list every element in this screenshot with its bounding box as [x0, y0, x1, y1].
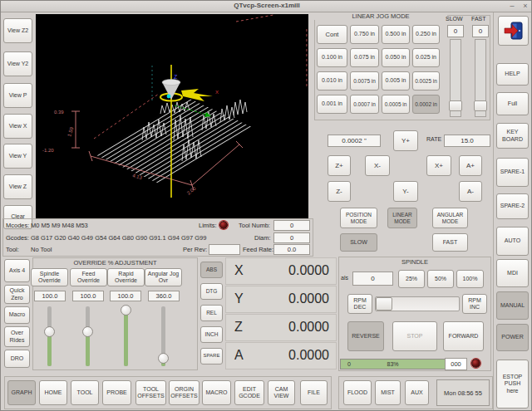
jog-z-plus-button[interactable]: Z+	[328, 155, 351, 176]
dro-abs-button[interactable]: ABS	[200, 262, 223, 278]
jog-increment-00075[interactable]: 0.0075 in	[350, 71, 379, 91]
dro-spare-button[interactable]: SPARE	[200, 348, 223, 365]
tab-quick-zero[interactable]: Quick Zero	[4, 285, 30, 304]
tab-full[interactable]: Full	[496, 92, 529, 115]
tab-edit-gcode[interactable]: EDIT GCODE	[234, 380, 264, 405]
jog-slow-button[interactable]: SLOW	[340, 233, 377, 252]
rpm-dec-button[interactable]: RPM DEC	[347, 294, 372, 314]
view-p-button[interactable]: View P	[3, 83, 32, 108]
jog-a-minus-button[interactable]: A-	[459, 181, 482, 202]
spindle-reverse-button[interactable]: REVERSE	[347, 321, 384, 351]
tab-manual[interactable]: MANUAL	[496, 291, 529, 320]
dro-inch-button[interactable]: INCH	[200, 326, 223, 343]
tab-home[interactable]: HOME	[39, 380, 67, 405]
close-icon[interactable]: ×	[520, 1, 531, 12]
jog-increment-0500[interactable]: 0.500 in	[382, 25, 410, 44]
jog-z-minus-button[interactable]: Z-	[328, 181, 351, 202]
dro-rel-button[interactable]: REL	[200, 305, 223, 321]
tab-over-rides[interactable]: Over Rides	[4, 326, 30, 347]
feed-override-handle[interactable]	[82, 326, 93, 337]
jog-y-minus-button[interactable]: Y-	[393, 181, 418, 202]
position-mode-button[interactable]: POSITION MODE	[340, 208, 377, 228]
slow-slider-handle[interactable]	[449, 100, 462, 111]
jog-x-plus-button[interactable]: X+	[426, 155, 451, 176]
rapid-override-button[interactable]: Rapid Override	[107, 268, 145, 286]
tab-file[interactable]: FILE	[300, 380, 328, 405]
dro-x-letter: X	[234, 263, 244, 278]
angular-jog-override-handle[interactable]	[158, 353, 169, 364]
tab-tool-offsets[interactable]: TOOL OFFSETS	[135, 380, 166, 405]
spindle-100pct-button[interactable]: 100%	[456, 270, 484, 288]
jog-increment-00005[interactable]: 0.0005 in	[382, 95, 410, 114]
tab-macro-bottom[interactable]: MACRO	[202, 380, 231, 405]
spindle-slider-handle[interactable]	[376, 297, 392, 311]
jog-increment-0100[interactable]: 0.100 in	[317, 48, 347, 67]
jog-increment-0075[interactable]: 0.075 in	[350, 48, 379, 67]
jog-increment-0025[interactable]: 0.025 in	[412, 48, 440, 67]
spindle-forward-button[interactable]: FORWARD	[443, 321, 484, 351]
view-x-button[interactable]: View X	[3, 114, 32, 139]
spindle-25pct-button[interactable]: 25%	[398, 270, 425, 288]
angular-jog-override-button[interactable]: Angular Jog Ovr	[145, 268, 182, 286]
tab-help[interactable]: HELP	[496, 63, 529, 86]
spindle-rpm-setting[interactable]: 000	[445, 358, 467, 370]
jog-a-plus-button[interactable]: A+	[459, 155, 482, 176]
exit-button[interactable]	[498, 16, 529, 46]
jog-increment-cont[interactable]: Cont	[317, 25, 347, 44]
jog-y-plus-button[interactable]: Y+	[393, 130, 418, 151]
jog-increment-0050[interactable]: 0.050 in	[382, 48, 410, 67]
jog-increment-00007[interactable]: 0.0007 in	[350, 95, 379, 114]
tab-orgin-offsets[interactable]: ORGIN OFFSETS	[169, 380, 200, 405]
tab-mdi[interactable]: MDI	[496, 259, 529, 287]
fast-slider-handle[interactable]	[474, 100, 487, 111]
jog-increment-0005[interactable]: 0.005 in	[382, 71, 410, 91]
per-rev-label: Per Rev:	[183, 246, 207, 253]
jog-x-minus-button[interactable]: X-	[365, 155, 390, 176]
jog-increment-00025[interactable]: 0.0025 in	[412, 71, 440, 91]
rapid-override-handle[interactable]	[121, 305, 131, 316]
rpm-inc-button[interactable]: RPM INC	[462, 294, 487, 314]
power-button[interactable]: POWER	[496, 324, 529, 351]
tab-graph[interactable]: GRAPH	[7, 380, 36, 405]
tab-probe[interactable]: PROBE	[102, 380, 131, 405]
tab-auto[interactable]: AUTO	[496, 227, 529, 256]
jog-mode-title: LINEAR JOG MODE	[314, 12, 447, 20]
aux-button[interactable]: AUX	[405, 380, 429, 405]
minimize-icon[interactable]: –	[506, 1, 518, 12]
jog-increment-0001[interactable]: 0.001 in	[317, 95, 347, 114]
feed-override-button[interactable]: Feed Override	[70, 268, 107, 286]
spindle-stop-button[interactable]: STOP	[392, 321, 437, 351]
tab-cam-view[interactable]: CAM VIEW	[268, 380, 295, 405]
mist-button[interactable]: MIST	[375, 380, 401, 405]
view-y-button[interactable]: View Y	[3, 144, 32, 169]
tool-value: No Tool	[31, 246, 52, 253]
view-y2-button[interactable]: View Y2	[3, 51, 32, 76]
flood-button[interactable]: FLOOD	[343, 380, 372, 405]
tab-tool[interactable]: TOOL	[71, 380, 99, 405]
spindle-bar-percent: 83%	[341, 361, 445, 367]
jog-increment-0250[interactable]: 0.250 in	[412, 25, 440, 44]
per-rev-value	[209, 244, 240, 255]
tab-dro[interactable]: DRO	[4, 350, 30, 368]
spindle-50pct-button[interactable]: 50%	[427, 270, 454, 288]
spindle-override-handle[interactable]	[44, 326, 55, 337]
main-window: QTvcp-Screen-x1mill – × View Z2 View Y2 …	[0, 0, 532, 411]
dro-x-value: 0.0000	[288, 263, 329, 278]
tab-spare-2[interactable]: SPARE-2	[496, 193, 529, 219]
view-z-button[interactable]: View Z	[3, 174, 32, 199]
jog-increment-00002[interactable]: 0.0002 in	[412, 95, 440, 114]
tab-axis-4[interactable]: Axis 4	[4, 259, 30, 282]
jog-increment-0750[interactable]: 0.750 in	[350, 25, 379, 44]
dro-dtg-button[interactable]: DTG	[200, 283, 223, 300]
jog-fast-button[interactable]: FAST	[432, 233, 468, 252]
linear-mode-button[interactable]: LINEAR MODE	[387, 208, 417, 228]
angular-mode-button[interactable]: ANGULAR MODE	[432, 208, 468, 228]
estop-button[interactable]: ESTOP PUSH here	[496, 360, 529, 409]
jog-increment-0010[interactable]: 0.010 in	[317, 71, 347, 91]
spindle-override-button[interactable]: Spindle Override	[31, 268, 68, 286]
tab-spare-1[interactable]: SPARE-1	[496, 158, 529, 187]
tab-keyboard[interactable]: KEY BOARD	[496, 123, 529, 149]
view-z2-button[interactable]: View Z2	[3, 18, 32, 43]
gcode-3d-preview[interactable]: 0.39 -1.20 1.59 4.13 2.00 Z X	[36, 14, 308, 218]
tab-macro[interactable]: Macro	[4, 306, 30, 324]
